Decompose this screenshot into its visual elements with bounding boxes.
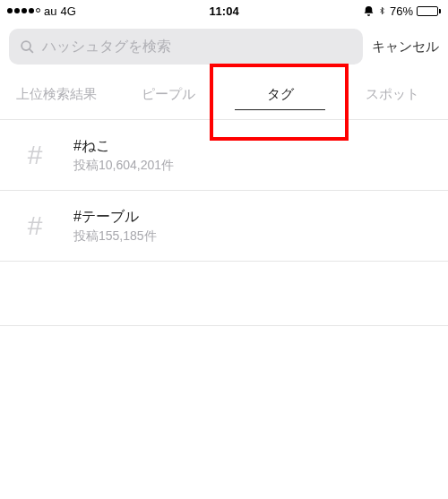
clock: 11:04 <box>209 4 238 18</box>
search-placeholder: ハッシュタグを検索 <box>42 38 171 56</box>
tabs: 上位検索結果 ピープル タグ スポット <box>0 72 448 120</box>
hashtag-icon: # <box>13 133 57 177</box>
list-item[interactable]: # #テーブル 投稿155,185件 <box>0 191 448 262</box>
tab-top-results[interactable]: 上位検索結果 <box>0 72 112 119</box>
network-label: 4G <box>60 4 75 18</box>
result-subtitle: 投稿10,604,201件 <box>73 158 435 174</box>
cancel-button[interactable]: キャンセル <box>372 39 439 56</box>
svg-line-1 <box>30 48 33 52</box>
list-item[interactable]: # #ねこ 投稿10,604,201件 <box>0 120 448 191</box>
result-title: #ねこ <box>73 137 435 156</box>
search-row: ハッシュタグを検索 キャンセル <box>0 22 448 72</box>
alarm-icon <box>363 5 375 17</box>
battery-percent: 76% <box>390 4 413 18</box>
svg-point-0 <box>22 41 30 50</box>
carrier-label: au <box>44 4 56 18</box>
results-list: # #ねこ 投稿10,604,201件 # #テーブル 投稿155,185件 <box>0 120 448 326</box>
signal-strength-icon <box>7 8 40 13</box>
status-bar: au 4G 11:04 76% <box>0 0 448 22</box>
hashtag-icon: # <box>13 203 57 248</box>
battery-icon <box>417 6 441 16</box>
bluetooth-icon <box>378 4 386 17</box>
result-subtitle: 投稿155,185件 <box>73 228 435 245</box>
search-icon <box>20 39 35 55</box>
list-item-empty <box>0 262 448 326</box>
tab-spots[interactable]: スポット <box>336 72 448 119</box>
tab-people[interactable]: ピープル <box>112 72 224 119</box>
search-input[interactable]: ハッシュタグを検索 <box>9 29 363 65</box>
tab-tags[interactable]: タグ <box>224 72 336 119</box>
result-title: #テーブル <box>73 208 435 227</box>
